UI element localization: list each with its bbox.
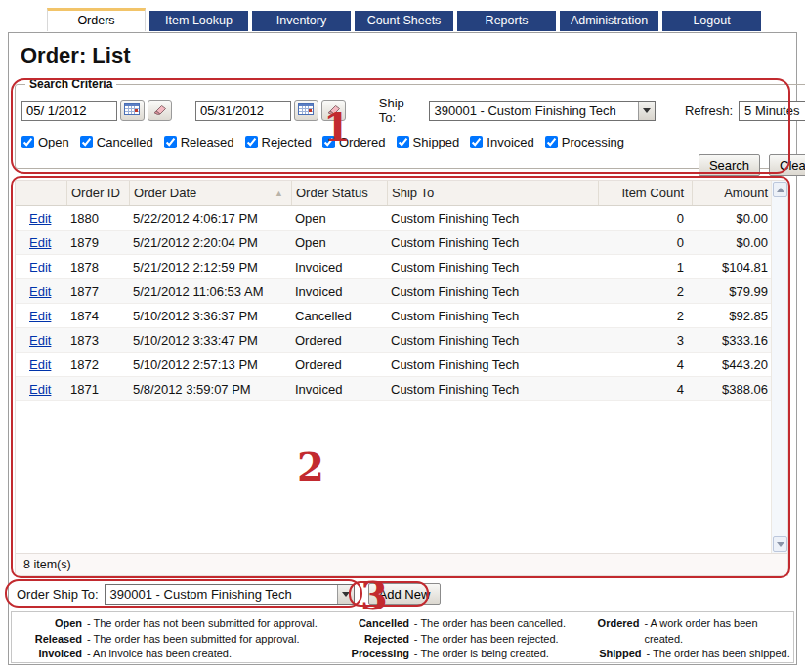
legend-term: Invoiced	[25, 647, 82, 662]
cancelled-checkbox[interactable]	[80, 136, 93, 148]
header-amount[interactable]: Amount	[692, 181, 772, 205]
date-from-calendar-button[interactable]	[120, 100, 145, 121]
tab-reports[interactable]: Reports	[457, 11, 556, 31]
status-checkbox-cancelled[interactable]: Cancelled	[80, 135, 153, 149]
cell-order-date: 5/21/2012 11:06:53 AM	[129, 284, 291, 299]
cell-ship-to: Custom Finishing Tech	[387, 211, 598, 226]
table-row[interactable]: Edit 1878 5/21/2012 2:12:59 PM Invoiced …	[16, 255, 787, 279]
table-row[interactable]: Edit 1877 5/21/2012 11:06:53 AM Invoiced…	[16, 279, 787, 304]
order-ship-to-selected-value: 390001 - Custom Finishing Tech	[106, 587, 337, 602]
cell-order-status: Open	[291, 235, 387, 250]
table-scrollbar[interactable]	[771, 181, 787, 553]
shipped-checkbox[interactable]	[397, 136, 409, 148]
legend-column-2: Cancelled- The order has been cancelled.…	[341, 616, 589, 662]
edit-link[interactable]: Edit	[29, 260, 51, 274]
table-header-row: Order ID Order Date ▲ Order Status Ship …	[16, 181, 787, 206]
checkbox-label: Open	[38, 135, 69, 149]
sort-asc-icon: ▲	[275, 189, 283, 198]
checkbox-label: Processing	[562, 135, 624, 149]
search-button[interactable]: Search	[699, 154, 760, 176]
status-checkbox-shipped[interactable]: Shipped	[397, 135, 460, 149]
tab-item-lookup[interactable]: Item Lookup	[149, 11, 248, 31]
order-ship-to-label: Order Ship To:	[17, 587, 99, 602]
header-order-id[interactable]: Order ID	[66, 181, 129, 205]
open-checkbox[interactable]	[21, 136, 34, 148]
header-order-date-label: Order Date	[134, 186, 196, 200]
ship-to-selected-value: 390001 - Custom Finishing Tech	[430, 104, 638, 118]
header-order-status[interactable]: Order Status	[291, 181, 387, 205]
edit-link[interactable]: Edit	[29, 382, 51, 397]
tab-logout[interactable]: Logout	[662, 11, 761, 31]
cell-order-date: 5/10/2012 3:33:47 PM	[129, 333, 291, 348]
header-item-count[interactable]: Item Count	[598, 181, 692, 205]
orders-table: Order ID Order Date ▲ Order Status Ship …	[15, 180, 788, 576]
rejected-checkbox[interactable]	[245, 136, 258, 148]
edit-link[interactable]: Edit	[29, 357, 51, 372]
status-checkbox-ordered[interactable]: Ordered	[322, 135, 386, 149]
add-new-button[interactable]: Add New	[368, 583, 442, 605]
status-checkbox-invoiced[interactable]: Invoiced	[470, 135, 533, 149]
cell-order-status: Ordered	[291, 357, 387, 372]
status-checkbox-processing[interactable]: Processing	[545, 135, 624, 149]
table-row[interactable]: Edit 1871 5/8/2012 3:59:07 PM Invoiced C…	[16, 377, 787, 401]
status-checkbox-open[interactable]: Open	[21, 135, 69, 149]
checkbox-label: Ordered	[339, 135, 386, 149]
tab-administration[interactable]: Administration	[560, 11, 658, 31]
cell-amount: $79.99	[692, 284, 772, 299]
table-row[interactable]: Edit 1879 5/21/2012 2:20:04 PM Open Cust…	[16, 231, 787, 255]
ship-to-select[interactable]: 390001 - Custom Finishing Tech	[429, 101, 656, 121]
edit-link[interactable]: Edit	[29, 309, 51, 323]
table-row[interactable]: Edit 1873 5/10/2012 3:33:47 PM Ordered C…	[16, 328, 787, 353]
scroll-down-icon[interactable]	[773, 536, 787, 552]
refresh-select[interactable]: 5 Minutes	[739, 101, 805, 121]
cell-item-count: 2	[598, 284, 692, 299]
edit-link[interactable]: Edit	[29, 211, 51, 226]
cell-order-id: 1874	[66, 309, 129, 323]
cell-item-count: 4	[598, 382, 692, 397]
checkbox-label: Cancelled	[97, 135, 153, 149]
edit-link[interactable]: Edit	[29, 235, 51, 250]
processing-checkbox[interactable]	[545, 136, 558, 148]
refresh-selected-value: 5 Minutes	[740, 104, 805, 118]
cell-order-date: 5/21/2012 2:12:59 PM	[129, 260, 291, 274]
date-to-input[interactable]	[195, 101, 291, 121]
table-row[interactable]: Edit 1880 5/22/2012 4:06:17 PM Open Cust…	[16, 206, 787, 231]
table-row[interactable]: Edit 1872 5/10/2012 2:57:13 PM Ordered C…	[16, 353, 787, 377]
cell-order-date: 5/10/2012 3:36:37 PM	[129, 309, 291, 323]
search-row-filters: Ship To: 390001 - Custom Finishing Tech …	[21, 96, 805, 125]
scroll-up-icon[interactable]	[773, 182, 787, 197]
released-checkbox[interactable]	[164, 136, 177, 148]
legend-desc: - The order has not been submitted for a…	[87, 616, 318, 632]
header-ship-to[interactable]: Ship To	[387, 181, 598, 205]
legend-desc: - The order has been rejected.	[414, 632, 559, 648]
date-from-clear-button[interactable]	[148, 100, 172, 121]
cell-item-count: 1	[598, 260, 692, 274]
legend-desc: - The order is being created.	[414, 647, 549, 662]
status-checkbox-released[interactable]: Released	[164, 135, 234, 149]
cell-amount: $388.06	[692, 382, 772, 397]
ordered-checkbox[interactable]	[322, 136, 335, 148]
cell-amount: $0.00	[692, 211, 772, 226]
tab-orders[interactable]: Orders	[47, 8, 146, 31]
tab-inventory[interactable]: Inventory	[252, 11, 351, 31]
cell-amount: $92.85	[692, 309, 772, 323]
edit-link[interactable]: Edit	[29, 333, 51, 348]
ship-to-label: Ship To:	[379, 96, 423, 125]
eraser-icon	[151, 102, 167, 119]
order-ship-to-select[interactable]: 390001 - Custom Finishing Tech	[105, 584, 355, 605]
invoiced-checkbox[interactable]	[470, 136, 483, 148]
header-order-date[interactable]: Order Date ▲	[129, 181, 291, 205]
cell-ship-to: Custom Finishing Tech	[387, 284, 598, 299]
edit-link[interactable]: Edit	[29, 284, 51, 299]
table-row[interactable]: Edit 1874 5/10/2012 3:36:37 PM Cancelled…	[16, 304, 787, 328]
cell-ship-to: Custom Finishing Tech	[387, 309, 598, 323]
date-from-input[interactable]	[21, 101, 117, 121]
date-to-clear-button[interactable]	[321, 100, 346, 121]
legend-desc: - The order has been submitted for appro…	[87, 632, 299, 648]
clear-button[interactable]: Clear	[769, 154, 805, 176]
date-to-calendar-button[interactable]	[294, 100, 318, 121]
tab-count-sheets[interactable]: Count Sheets	[355, 11, 453, 31]
status-checkbox-rejected[interactable]: Rejected	[245, 135, 312, 149]
item-count-status: 8 item(s)	[23, 558, 71, 571]
table-footer: 8 item(s)	[16, 553, 787, 575]
